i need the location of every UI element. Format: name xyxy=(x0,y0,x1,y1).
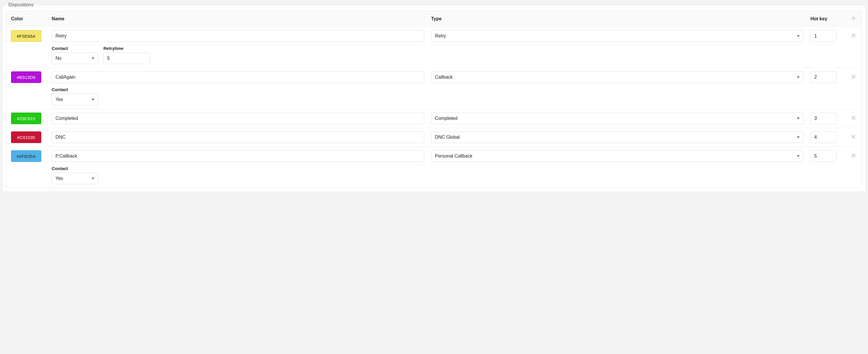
delete-row-button[interactable] xyxy=(850,115,857,122)
plus-icon xyxy=(851,16,856,22)
panel-legend: Dispositions xyxy=(7,2,35,7)
delete-row-button[interactable] xyxy=(850,134,857,141)
name-input[interactable] xyxy=(52,113,424,124)
name-input[interactable] xyxy=(52,132,424,143)
type-select-value: Callback xyxy=(435,75,453,80)
type-select-value: Personal Callback xyxy=(435,153,472,159)
header-type: Type xyxy=(431,16,810,22)
close-icon xyxy=(851,115,856,121)
hotkey-input[interactable] xyxy=(810,30,837,42)
name-input[interactable] xyxy=(52,71,424,83)
contact-select-value: Yes xyxy=(56,176,63,181)
table-header: Color Name Type Hot key xyxy=(6,11,862,27)
svg-rect-1 xyxy=(851,18,856,19)
chevron-down-icon xyxy=(797,77,800,78)
contact-select-value: Yes xyxy=(56,97,63,102)
table-row: #C91535 DNC Global xyxy=(6,128,862,147)
delete-row-button[interactable] xyxy=(850,74,857,81)
color-swatch[interactable]: #B313D9 xyxy=(11,71,41,83)
dispositions-table: Color Name Type Hot key #F5E66A xyxy=(6,11,862,188)
type-select-value: DNC Global xyxy=(435,135,460,140)
type-select[interactable]: Retry xyxy=(431,30,804,42)
close-icon xyxy=(851,153,856,159)
delete-row-button[interactable] xyxy=(850,153,857,160)
chevron-down-icon xyxy=(797,35,800,37)
contact-label: Contact xyxy=(52,166,98,171)
chevron-down-icon xyxy=(797,118,800,119)
header-hotkey: Hot key xyxy=(810,16,845,22)
dispositions-panel: Dispositions Color Name Type Hot key xyxy=(2,2,866,192)
chevron-down-icon xyxy=(92,58,94,59)
retrytime-input[interactable] xyxy=(103,52,150,64)
name-input[interactable] xyxy=(52,150,424,162)
color-swatch[interactable]: #F5E66A xyxy=(11,30,41,42)
contact-select-value: No xyxy=(56,56,61,61)
contact-label: Contact xyxy=(52,87,98,92)
close-icon xyxy=(851,134,856,140)
table-row: #B313D9 Callback xyxy=(6,68,862,109)
name-input[interactable] xyxy=(52,30,424,42)
type-select[interactable]: Personal Callback xyxy=(431,150,804,162)
header-name: Name xyxy=(52,16,431,22)
contact-select[interactable]: No xyxy=(52,52,98,64)
hotkey-input[interactable] xyxy=(810,132,837,143)
delete-row-button[interactable] xyxy=(850,33,857,39)
table-row: #23C915 Completed xyxy=(6,109,862,128)
retrytime-label: Retrytime xyxy=(103,46,150,51)
chevron-down-icon xyxy=(92,99,94,100)
hotkey-input[interactable] xyxy=(810,71,837,83)
chevron-down-icon xyxy=(92,178,94,179)
table-row: #4FB2EA Personal Callback xyxy=(6,147,862,188)
type-select[interactable]: Completed xyxy=(431,113,804,124)
contact-select[interactable]: Yes xyxy=(52,173,98,184)
chevron-down-icon xyxy=(797,155,800,157)
add-disposition-button[interactable] xyxy=(850,15,857,22)
chevron-down-icon xyxy=(797,137,800,138)
type-select-value: Retry xyxy=(435,33,446,39)
hotkey-input[interactable] xyxy=(810,113,837,124)
close-icon xyxy=(851,33,856,39)
table-row: #F5E66A Retry xyxy=(6,27,862,68)
color-swatch[interactable]: #C91535 xyxy=(11,132,41,143)
color-swatch[interactable]: #23C915 xyxy=(11,113,41,124)
color-swatch[interactable]: #4FB2EA xyxy=(11,150,41,162)
hotkey-input[interactable] xyxy=(810,150,837,162)
type-select[interactable]: DNC Global xyxy=(431,132,804,143)
close-icon xyxy=(851,74,856,80)
type-select[interactable]: Callback xyxy=(431,71,804,83)
contact-select[interactable]: Yes xyxy=(52,94,98,105)
type-select-value: Completed xyxy=(435,116,457,121)
contact-label: Contact xyxy=(52,46,98,51)
header-color: Color xyxy=(11,16,52,22)
